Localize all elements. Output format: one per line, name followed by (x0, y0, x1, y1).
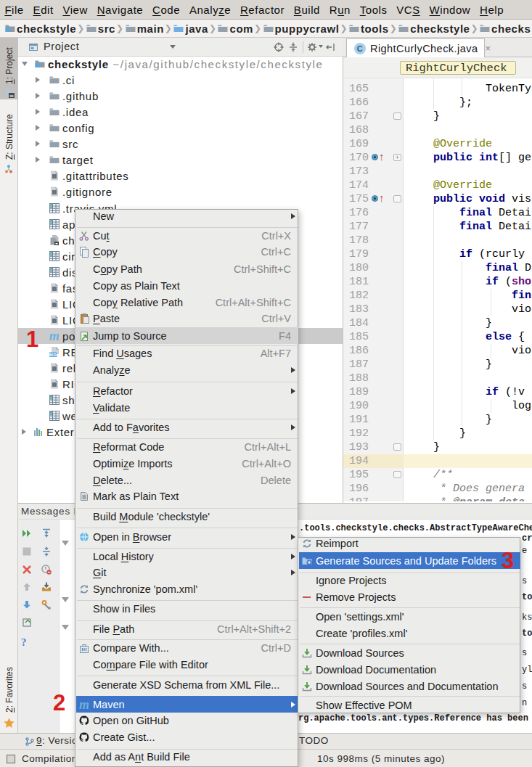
svg-text:MD: MD (49, 353, 57, 357)
